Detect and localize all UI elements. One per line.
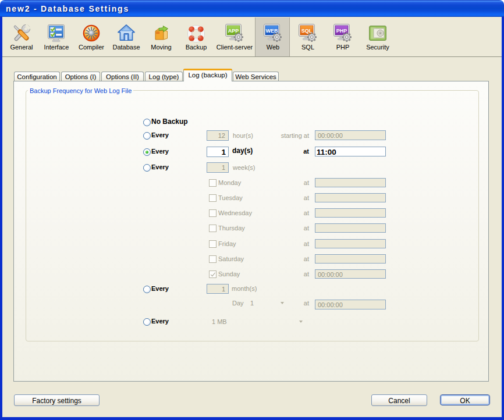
- svg-text:SQL: SQL: [301, 28, 313, 34]
- svg-text:APP: APP: [228, 28, 239, 34]
- svg-text:PHP: PHP: [336, 28, 347, 34]
